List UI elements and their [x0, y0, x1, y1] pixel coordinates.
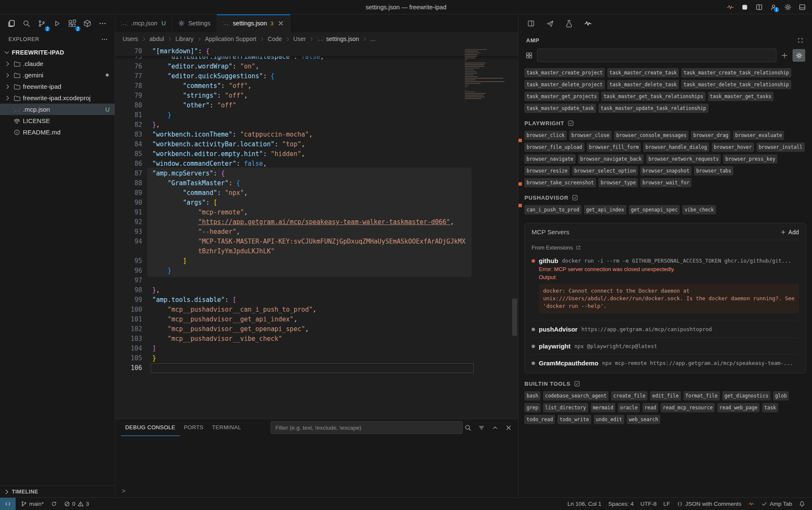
section-header[interactable]: PLAYWRIGHT [524, 120, 806, 126]
activity-item-package[interactable] [80, 16, 94, 30]
breadcrumb-item[interactable]: Code [268, 36, 282, 42]
amp-prompt-input[interactable] [537, 49, 776, 62]
close-icon[interactable] [277, 20, 284, 27]
amp-logo-icon[interactable] [727, 3, 734, 11]
code-line[interactable]: 98}, [115, 285, 518, 295]
tool-chip[interactable]: browser_install [757, 143, 805, 152]
code-line[interactable]: 97 [115, 276, 518, 285]
breadcrumb-item[interactable]: Application Support [205, 36, 256, 42]
tool-chip[interactable]: format_file [683, 391, 720, 400]
add-icon[interactable] [781, 52, 788, 59]
activity-item-search[interactable] [19, 16, 33, 30]
tool-chip[interactable]: browser_type [598, 178, 638, 187]
tree-item-freewrite-ipad[interactable]: freewrite-ipad [0, 81, 115, 92]
sticky-code-line[interactable]: 70"[markdown]": { [115, 47, 518, 56]
add-server-button[interactable]: Add [780, 229, 799, 236]
tree-item-gemini[interactable]: .gemini [0, 69, 115, 81]
breadcrumb-symbol[interactable]: ... [370, 36, 376, 42]
mcp-server-github[interactable]: githubdocker run -i --rm -e GITHUB_PERSO… [532, 252, 799, 321]
amp-settings-button[interactable] [793, 49, 805, 62]
tool-chip[interactable]: browser_click [524, 131, 567, 140]
code-line[interactable]: 83"workbench.iconTheme": "catppuccin-moc… [115, 130, 518, 140]
tool-chip[interactable]: browser_fill_form [587, 143, 641, 152]
tool-chip[interactable]: get_openapi_spec [629, 205, 680, 214]
tool-chip[interactable]: get_diagnostics [722, 391, 771, 400]
checkbox-icon[interactable] [568, 120, 574, 126]
search-icon[interactable] [464, 424, 472, 431]
code-line[interactable]: 93 "--header", [115, 227, 518, 237]
code-line[interactable]: 79 "strings": "off", [115, 91, 518, 101]
tool-chip[interactable]: get_api_index [584, 205, 626, 214]
layout-panel-icon[interactable] [798, 3, 806, 11]
chevron-up-icon[interactable] [491, 424, 499, 431]
tool-chip[interactable]: browser_file_upload [524, 143, 584, 152]
tool-chip[interactable]: glob [773, 391, 789, 400]
code-line[interactable]: 94 "MCP-TASK-MASTER-API-KEY:svCJUkmFUNZj… [115, 237, 518, 247]
code-line[interactable]: 85"workbench.editor.empty.hint": "hidden… [115, 149, 518, 159]
tool-chip[interactable]: vibe_check [682, 205, 716, 214]
tool-chip[interactable]: create_file [611, 391, 647, 400]
tool-chip[interactable]: edit_file [650, 391, 680, 400]
code-line[interactable]: 87"amp.mcpServers": { [115, 169, 518, 178]
settings-gear-icon[interactable] [784, 3, 792, 11]
tree-item-readme-md[interactable]: README.md [0, 126, 115, 138]
code-line[interactable]: 101 "mcp__pushadvisor__get_api_index", [115, 315, 518, 324]
code-line[interactable]: 82}, [115, 120, 518, 130]
tab-mcp-json[interactable]: {..}.mcp.jsonU [115, 14, 172, 32]
tool-chip[interactable]: browser_evaluate [733, 131, 784, 140]
eol-status[interactable]: LF [660, 498, 673, 510]
code-line[interactable]: 90 "args": [ [115, 198, 518, 208]
tool-chip[interactable]: task_master_delete_task_relationship [681, 80, 791, 89]
code-line[interactable]: 106 [115, 363, 518, 373]
amp-logo-mono-icon[interactable] [584, 19, 592, 27]
tab-settings-json[interactable]: {..}settings.json3 [217, 14, 291, 32]
tool-chip[interactable]: read_web_page [717, 403, 760, 412]
mcp-server-grammcpauthdemo[interactable]: GramMcpauthdemonpx mcp-remote https://ap… [532, 354, 799, 371]
breadcrumb-item[interactable]: Users [123, 36, 138, 42]
code-line[interactable]: 89 "command": "npx", [115, 188, 518, 198]
tool-chip[interactable]: task_master_delete_task [607, 80, 679, 89]
expand-icon[interactable] [797, 37, 804, 44]
app-box-icon[interactable] [741, 3, 749, 11]
tool-chip[interactable]: browser_handle_dialog [643, 143, 709, 152]
panel-tab-terminal[interactable]: TERMINAL [208, 419, 245, 436]
tree-item-claude[interactable]: .claude [0, 58, 115, 69]
tool-chip[interactable]: read_mcp_resource [661, 403, 715, 412]
remote-indicator[interactable] [0, 498, 16, 510]
tool-chip[interactable]: can_i_push_to_prod [524, 205, 582, 214]
tool-chip[interactable]: bash [524, 391, 540, 400]
code-line[interactable]: 105} [115, 354, 518, 363]
tool-chip[interactable]: task_master_update_task [524, 104, 596, 113]
tool-chip[interactable]: browser_navigate [524, 154, 576, 164]
tool-chip[interactable]: todo_write [557, 415, 591, 424]
breadcrumb-item[interactable]: Library [176, 36, 194, 42]
tool-chip[interactable]: task_master_create_task [607, 68, 679, 77]
from-extensions-label[interactable]: From Extensions [532, 244, 799, 251]
tool-chip[interactable]: grep [524, 403, 540, 412]
minimap[interactable] [465, 49, 509, 105]
tree-item-mcp-json[interactable]: {..}.mcp.jsonU [0, 104, 115, 115]
repl-prompt[interactable]: > [122, 487, 126, 495]
tool-chip[interactable]: browser_close [569, 131, 612, 140]
tool-chip[interactable]: oracle [618, 403, 640, 412]
tool-chip[interactable]: web_search [627, 415, 660, 424]
tool-chip[interactable]: mermaid [591, 403, 615, 412]
problems-status[interactable]: 03 [60, 498, 93, 510]
tool-chip[interactable]: todo_read [524, 415, 555, 424]
mcp-server-playwright[interactable]: playwrightnpx @playwright/mcp@latest [532, 337, 799, 354]
tree-root[interactable]: FREEWRITE-IPAD [0, 47, 115, 58]
code-line[interactable]: 88 "GramTaskMaster": { [115, 178, 518, 188]
code-editor[interactable]: 70"[markdown]": { 75 "diffEditor.ignoreT… [115, 46, 518, 419]
code-line[interactable]: 77 "editor.quickSuggestions": { [115, 71, 518, 81]
split-editor-icon[interactable] [755, 3, 763, 11]
code-line[interactable]: 91 "mcp-remote", [115, 208, 518, 217]
encoding-status[interactable]: UTF-8 [637, 498, 660, 510]
tool-chip[interactable]: browser_snapshot [640, 166, 691, 175]
activity-item-explorer[interactable] [4, 16, 18, 30]
branch-status[interactable]: main* [17, 498, 47, 510]
activity-item-more[interactable] [96, 16, 109, 30]
tool-chip[interactable]: codebase_search_agent [543, 391, 609, 400]
activity-item-debug[interactable] [50, 16, 63, 30]
tool-chip[interactable]: browser_select_option [572, 166, 638, 175]
debug-console-output[interactable]: > [115, 436, 518, 497]
